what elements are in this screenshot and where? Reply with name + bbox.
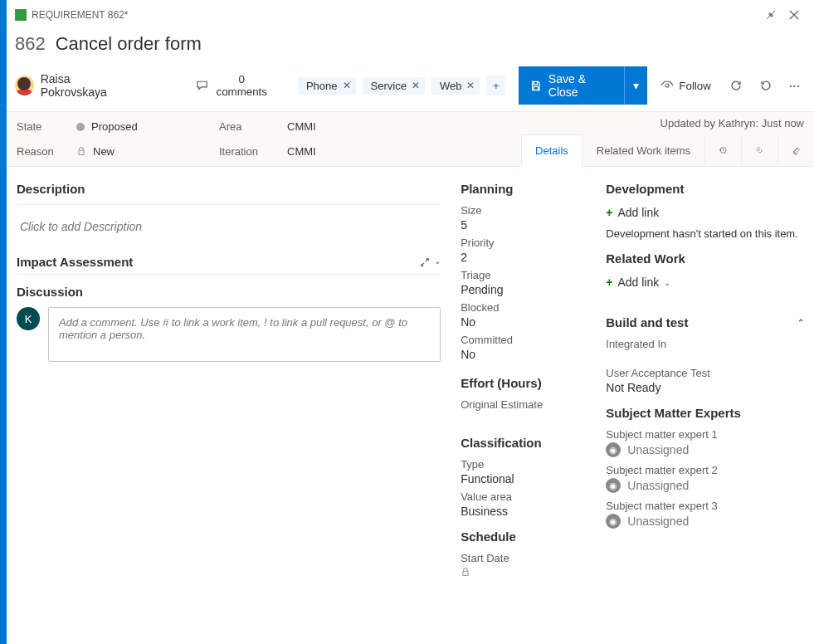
sme2-picker[interactable]: ◉ Unassigned: [606, 478, 804, 493]
impact-heading: Impact Assessment: [17, 255, 133, 269]
svg-rect-3: [463, 571, 468, 575]
classification-heading: Classification: [461, 436, 586, 450]
description-placeholder[interactable]: Click to add Description: [17, 215, 441, 238]
comments-button[interactable]: 0 comments: [189, 70, 277, 101]
tab-history[interactable]: [704, 134, 741, 166]
chevron-down-icon[interactable]: ⌄: [434, 256, 441, 268]
save-dropdown-caret[interactable]: ▾: [625, 73, 647, 98]
original-estimate-label: Original Estimate: [461, 398, 586, 411]
tag-remove-icon[interactable]: ✕: [466, 80, 475, 91]
triage-field[interactable]: Pending: [461, 283, 586, 296]
tab-related-label: Related Work items: [597, 144, 690, 157]
more-actions-button[interactable]: ···: [784, 75, 806, 97]
assignee-picker[interactable]: Raisa Pokrovskaya: [15, 72, 134, 99]
tab-details[interactable]: Details: [521, 134, 582, 167]
save-icon: [530, 80, 542, 92]
lock-icon: [461, 567, 470, 577]
state-field[interactable]: Proposed: [76, 120, 209, 133]
priority-field[interactable]: 2: [461, 251, 586, 264]
schedule-heading: Schedule: [461, 529, 586, 544]
sme1-label: Subject matter expert 1: [606, 428, 804, 441]
plus-icon: +: [606, 206, 612, 219]
iteration-field[interactable]: CMMI: [287, 145, 465, 158]
add-tag-button[interactable]: +: [486, 76, 505, 95]
tag-service[interactable]: Service ✕: [363, 77, 425, 95]
person-icon: ◉: [606, 442, 621, 457]
history-icon: [719, 144, 727, 157]
type-label: Type: [461, 458, 586, 471]
development-add-link-button[interactable]: + Add link: [606, 204, 659, 221]
eye-icon: [660, 79, 674, 92]
discussion-heading: Discussion: [17, 285, 441, 299]
expand-icon[interactable]: [419, 256, 431, 268]
startdate-field[interactable]: [461, 566, 586, 579]
tag-remove-icon[interactable]: ✕: [343, 80, 351, 91]
sme3-picker[interactable]: ◉ Unassigned: [606, 514, 804, 529]
effort-heading: Effort (Hours): [461, 376, 586, 390]
tag-label: Phone: [306, 80, 338, 92]
uat-label: User Acceptance Test: [606, 367, 804, 379]
uat-field[interactable]: Not Ready: [606, 381, 804, 394]
tab-related-work-items[interactable]: Related Work items: [582, 134, 704, 166]
current-user-avatar: K: [17, 307, 40, 330]
follow-label: Follow: [679, 80, 711, 92]
assignee-avatar: [15, 76, 34, 95]
svg-rect-1: [79, 151, 84, 155]
tab-attachments[interactable]: [777, 134, 814, 166]
size-label: Size: [461, 204, 586, 217]
svg-point-0: [665, 84, 669, 87]
size-field[interactable]: 5: [461, 218, 586, 232]
tab-links[interactable]: [741, 134, 777, 166]
iteration-label: Iteration: [219, 145, 277, 158]
blocked-label: Blocked: [461, 301, 586, 314]
build-test-heading: Build and test: [606, 315, 688, 329]
related-work-add-link-button[interactable]: + Add link ⌄: [606, 274, 670, 290]
save-close-button[interactable]: Save & Close ▾: [519, 66, 647, 105]
tag-web[interactable]: Web ✕: [431, 77, 480, 95]
lock-icon: [76, 146, 86, 156]
tag-label: Web: [440, 80, 462, 92]
related-work-heading: Related Work: [606, 251, 804, 266]
work-item-type-label: REQUIREMENT 862*: [32, 9, 128, 21]
iteration-value: CMMI: [287, 145, 316, 158]
committed-label: Committed: [461, 334, 586, 346]
development-heading: Development: [606, 182, 804, 196]
valuearea-field[interactable]: Business: [461, 505, 586, 518]
planning-heading: Planning: [461, 182, 586, 196]
reason-field[interactable]: New: [76, 145, 209, 158]
blocked-field[interactable]: No: [461, 315, 586, 329]
tag-phone[interactable]: Phone ✕: [298, 77, 356, 95]
undo-button[interactable]: [754, 74, 777, 97]
follow-button[interactable]: Follow: [654, 74, 718, 97]
refresh-button[interactable]: [724, 74, 748, 97]
comment-input[interactable]: Add a comment. Use # to link a work item…: [48, 307, 441, 362]
requirement-type-icon: [15, 9, 27, 21]
comments-count-label: 0 comments: [213, 73, 271, 98]
assignee-name: Raisa Pokrovskaya: [41, 72, 134, 99]
type-field[interactable]: Functional: [461, 472, 586, 485]
sme-heading: Subject Matter Experts: [606, 406, 804, 420]
link-icon: [755, 144, 763, 157]
tag-remove-icon[interactable]: ✕: [412, 80, 420, 91]
sme1-picker[interactable]: ◉ Unassigned: [606, 442, 804, 457]
person-icon: ◉: [606, 478, 621, 493]
chevron-down-icon: ⌄: [664, 278, 670, 287]
startdate-label: Start Date: [461, 552, 586, 564]
tag-label: Service: [371, 80, 407, 92]
close-dialog-button[interactable]: [782, 3, 806, 27]
committed-field[interactable]: No: [461, 348, 586, 361]
development-note: Development hasn't started on this item.: [606, 227, 804, 240]
valuearea-label: Value area: [461, 490, 586, 503]
reason-label: Reason: [17, 145, 66, 158]
integrated-in-label: Integrated In: [606, 338, 804, 350]
restore-window-icon[interactable]: [759, 3, 782, 27]
priority-label: Priority: [461, 237, 586, 249]
description-heading: Description: [17, 182, 441, 196]
attachment-icon: [792, 144, 800, 157]
save-label: Save & Close: [548, 72, 613, 99]
area-field[interactable]: CMMI: [287, 120, 465, 133]
work-item-title[interactable]: Cancel order form: [56, 33, 202, 55]
comment-icon: [196, 79, 208, 92]
collapse-icon[interactable]: ⌃: [797, 318, 804, 327]
state-value: Proposed: [91, 120, 138, 133]
